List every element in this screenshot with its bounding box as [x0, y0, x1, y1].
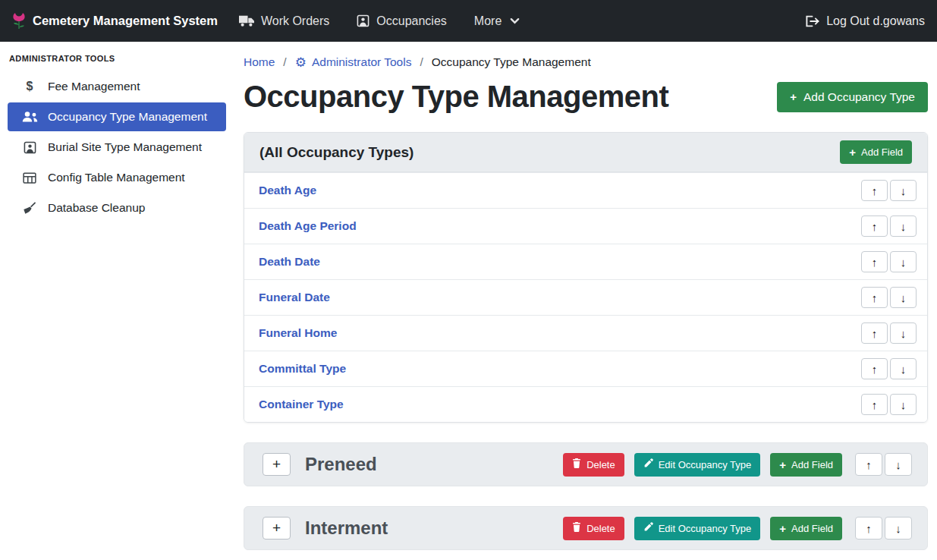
arrow-up-icon: ↑ — [872, 256, 878, 269]
move-up-button[interactable]: ↑ — [861, 180, 888, 201]
plus-icon: + — [790, 91, 797, 102]
breadcrumb-home-link[interactable]: Home — [244, 55, 275, 69]
nav-more[interactable]: More — [474, 14, 520, 28]
add-field-button[interactable]: + Add Field — [770, 453, 842, 477]
breadcrumb-current: Occupancy Type Management — [432, 55, 591, 69]
breadcrumb-admin-tools-link[interactable]: ⚙ Administrator Tools — [295, 55, 412, 69]
sidebar-item-label: Database Cleanup — [48, 201, 145, 215]
flower-logo-icon — [12, 12, 26, 30]
delete-button[interactable]: Delete — [563, 517, 624, 540]
field-row: Death Date ↑ ↓ — [244, 244, 927, 279]
move-down-button[interactable]: ↓ — [885, 453, 912, 476]
truck-icon — [239, 15, 254, 27]
field-row: Committal Type ↑ ↓ — [244, 351, 927, 386]
add-occupancy-type-button[interactable]: + Add Occupancy Type — [777, 82, 928, 112]
arrow-down-icon: ↓ — [901, 327, 907, 340]
plus-icon: + — [272, 520, 281, 536]
reorder-buttons: ↑ ↓ — [861, 322, 917, 344]
main-content: Home / ⚙ Administrator Tools / Occupancy… — [235, 42, 937, 560]
field-row: Death Age Period ↑ ↓ — [244, 208, 927, 244]
field-row: Death Age ↑ ↓ — [244, 172, 927, 208]
arrow-up-icon: ↑ — [872, 398, 878, 411]
move-up-button[interactable]: ↑ — [855, 453, 882, 476]
field-link[interactable]: Funeral Home — [255, 326, 337, 340]
logout-label: Log Out d.gowans — [826, 14, 925, 28]
plus-icon: + — [272, 456, 281, 473]
field-link[interactable]: Container Type — [255, 398, 344, 411]
arrow-up-icon: ↑ — [872, 220, 878, 233]
field-link[interactable]: Committal Type — [255, 362, 346, 376]
move-down-button[interactable]: ↓ — [890, 287, 917, 308]
sidebar: ADMINISTRATOR TOOLS $ Fee Management Occ… — [0, 42, 235, 560]
sidebar-item-label: Burial Site Type Management — [48, 140, 202, 154]
delete-button[interactable]: Delete — [563, 453, 624, 477]
arrow-down-icon: ↓ — [895, 458, 901, 471]
sidebar-item-fee-management[interactable]: $ Fee Management — [8, 72, 226, 101]
expand-button[interactable]: + — [263, 453, 291, 476]
breadcrumb: Home / ⚙ Administrator Tools / Occupancy… — [244, 55, 928, 69]
move-down-button[interactable]: ↓ — [890, 180, 917, 201]
add-field-button[interactable]: + Add Field — [770, 517, 842, 540]
move-up-button[interactable]: ↑ — [861, 216, 888, 237]
move-up-button[interactable]: ↑ — [861, 358, 888, 379]
breadcrumb-separator: / — [420, 55, 423, 69]
reorder-buttons: ↑ ↓ — [861, 216, 917, 237]
move-up-button[interactable]: ↑ — [861, 322, 888, 344]
reorder-buttons: ↑ ↓ — [861, 394, 917, 415]
sidebar-item-database-cleanup[interactable]: Database Cleanup — [8, 193, 226, 222]
reorder-buttons: ↑ ↓ — [861, 358, 917, 379]
reorder-buttons: ↑ ↓ — [861, 287, 917, 308]
add-field-button[interactable]: + Add Field — [840, 140, 912, 164]
move-down-button[interactable]: ↓ — [890, 322, 917, 344]
gear-icon: ⚙ — [295, 56, 307, 69]
move-down-button[interactable]: ↓ — [885, 517, 912, 540]
card-header: (All Occupancy Types) + Add Field — [244, 133, 927, 172]
title-row: Occupancy Type Management + Add Occupanc… — [244, 80, 928, 114]
move-down-button[interactable]: ↓ — [890, 251, 917, 272]
field-link[interactable]: Death Age — [255, 184, 316, 197]
move-up-button[interactable]: ↑ — [861, 287, 888, 308]
arrow-up-icon: ↑ — [866, 522, 872, 535]
logout-link[interactable]: Log Out d.gowans — [805, 14, 925, 28]
move-down-button[interactable]: ↓ — [890, 394, 917, 415]
nav-occupancies[interactable]: Occupancies — [357, 14, 447, 28]
all-occupancy-types-card: (All Occupancy Types) + Add Field Death … — [244, 132, 928, 423]
field-link[interactable]: Death Age Period — [255, 219, 357, 233]
sidebar-item-label: Occupancy Type Management — [48, 110, 207, 124]
move-up-button[interactable]: ↑ — [861, 251, 888, 272]
field-link[interactable]: Funeral Date — [255, 291, 330, 304]
nav-work-orders-label: Work Orders — [261, 14, 329, 28]
edit-occupancy-type-button[interactable]: Edit Occupancy Type — [634, 517, 761, 540]
occupancy-type-section-preneed: + Preneed Delete — [244, 442, 928, 486]
section-title: Preneed — [305, 454, 377, 475]
arrow-down-icon: ↓ — [901, 291, 907, 304]
reorder-buttons: ↑ ↓ — [855, 517, 912, 540]
nav-links: Work Orders Occupancies More — [239, 14, 520, 28]
chevron-down-icon — [510, 17, 520, 24]
sidebar-item-occupancy-type-management[interactable]: Occupancy Type Management — [8, 102, 226, 131]
sidebar-item-burial-site-type-management[interactable]: Burial Site Type Management — [8, 133, 226, 162]
breadcrumb-separator: / — [283, 55, 286, 69]
field-row: Container Type ↑ ↓ — [244, 386, 927, 422]
sidebar-item-config-table-management[interactable]: Config Table Management — [8, 163, 226, 192]
field-link[interactable]: Death Date — [255, 255, 320, 269]
move-up-button[interactable]: ↑ — [855, 517, 882, 540]
move-down-button[interactable]: ↓ — [890, 216, 917, 237]
trash-icon — [572, 458, 581, 470]
occupancy-type-section-interment: + Interment Delete — [244, 506, 928, 550]
move-down-button[interactable]: ↓ — [890, 358, 917, 379]
field-row: Funeral Home ↑ ↓ — [244, 315, 927, 351]
nav-work-orders[interactable]: Work Orders — [239, 14, 329, 28]
plus-icon: + — [849, 146, 856, 158]
app-brand[interactable]: Cemetery Management System — [12, 12, 218, 30]
arrow-down-icon: ↓ — [901, 184, 907, 197]
edit-occupancy-type-button[interactable]: Edit Occupancy Type — [634, 453, 761, 477]
logout-icon — [805, 15, 819, 27]
expand-button[interactable]: + — [263, 517, 291, 540]
page-title: Occupancy Type Management — [244, 80, 668, 114]
arrow-down-icon: ↓ — [901, 256, 907, 269]
reorder-buttons: ↑ ↓ — [861, 251, 917, 272]
nav-occupancies-label: Occupancies — [376, 14, 447, 28]
section-title: Interment — [305, 518, 388, 539]
move-up-button[interactable]: ↑ — [861, 394, 888, 415]
